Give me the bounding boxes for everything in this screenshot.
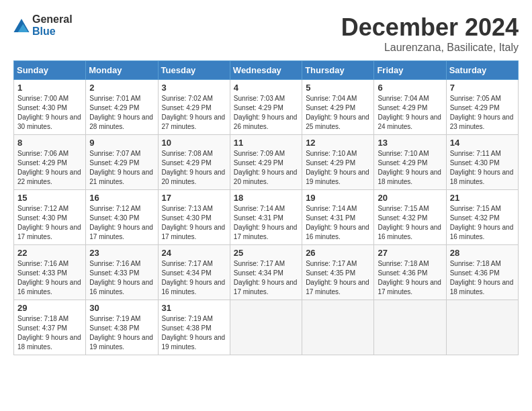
logo: General Blue	[13, 13, 73, 38]
calendar-table: SundayMondayTuesdayWednesdayThursdayFrid…	[13, 60, 519, 355]
day-number: 18	[234, 193, 298, 203]
calendar-cell: 6 Sunrise: 7:04 AM Sunset: 4:29 PM Dayli…	[374, 80, 446, 135]
calendar-cell: 16 Sunrise: 7:12 AM Sunset: 4:30 PM Dayl…	[86, 190, 158, 245]
day-number: 16	[89, 193, 154, 203]
day-of-week-header: Wednesday	[230, 61, 302, 80]
day-number: 8	[17, 138, 82, 148]
day-detail: Sunrise: 7:18 AM Sunset: 4:37 PM Dayligh…	[17, 314, 82, 352]
day-detail: Sunrise: 7:18 AM Sunset: 4:36 PM Dayligh…	[450, 259, 515, 297]
day-detail: Sunrise: 7:11 AM Sunset: 4:30 PM Dayligh…	[450, 149, 515, 187]
day-detail: Sunrise: 7:07 AM Sunset: 4:29 PM Dayligh…	[89, 149, 154, 187]
day-detail: Sunrise: 7:01 AM Sunset: 4:29 PM Dayligh…	[89, 94, 154, 132]
day-number: 14	[450, 138, 515, 148]
day-detail: Sunrise: 7:17 AM Sunset: 4:34 PM Dayligh…	[234, 259, 298, 297]
day-number: 2	[89, 83, 154, 93]
day-of-week-header: Thursday	[302, 61, 374, 80]
day-detail: Sunrise: 7:02 AM Sunset: 4:29 PM Dayligh…	[162, 94, 226, 132]
day-detail: Sunrise: 7:17 AM Sunset: 4:34 PM Dayligh…	[162, 259, 226, 297]
logo-text: General Blue	[32, 13, 73, 38]
calendar-cell: 14 Sunrise: 7:11 AM Sunset: 4:30 PM Dayl…	[446, 135, 518, 190]
calendar-cell: 11 Sunrise: 7:09 AM Sunset: 4:29 PM Dayl…	[230, 135, 302, 190]
calendar-cell: 15 Sunrise: 7:12 AM Sunset: 4:30 PM Dayl…	[14, 190, 86, 245]
calendar-cell: 30 Sunrise: 7:19 AM Sunset: 4:38 PM Dayl…	[86, 300, 158, 355]
day-number: 23	[89, 248, 154, 258]
day-of-week-header: Sunday	[14, 61, 86, 80]
day-number: 17	[162, 193, 226, 203]
day-detail: Sunrise: 7:00 AM Sunset: 4:30 PM Dayligh…	[17, 94, 82, 132]
day-number: 19	[306, 193, 370, 203]
calendar-cell: 29 Sunrise: 7:18 AM Sunset: 4:37 PM Dayl…	[14, 300, 86, 355]
calendar-cell: 8 Sunrise: 7:06 AM Sunset: 4:29 PM Dayli…	[14, 135, 86, 190]
day-detail: Sunrise: 7:10 AM Sunset: 4:29 PM Dayligh…	[378, 149, 442, 187]
day-detail: Sunrise: 7:16 AM Sunset: 4:33 PM Dayligh…	[89, 259, 154, 297]
day-number: 22	[17, 248, 82, 258]
calendar-cell: 4 Sunrise: 7:03 AM Sunset: 4:29 PM Dayli…	[230, 80, 302, 135]
title-section: December 2024 Laurenzana, Basilicate, It…	[341, 13, 519, 54]
day-of-week-header: Monday	[86, 61, 158, 80]
day-number: 31	[162, 303, 226, 313]
day-number: 25	[234, 248, 298, 258]
header: General Blue December 2024 Laurenzana, B…	[13, 13, 519, 54]
calendar-cell: 20 Sunrise: 7:15 AM Sunset: 4:32 PM Dayl…	[374, 190, 446, 245]
calendar-cell	[446, 300, 518, 355]
day-of-week-header: Friday	[374, 61, 446, 80]
day-number: 29	[17, 303, 82, 313]
logo-blue: Blue	[32, 26, 56, 37]
day-detail: Sunrise: 7:19 AM Sunset: 4:38 PM Dayligh…	[162, 314, 226, 352]
calendar-cell	[230, 300, 302, 355]
day-number: 6	[378, 83, 442, 93]
calendar-cell: 7 Sunrise: 7:05 AM Sunset: 4:29 PM Dayli…	[446, 80, 518, 135]
day-detail: Sunrise: 7:10 AM Sunset: 4:29 PM Dayligh…	[306, 149, 370, 187]
day-number: 15	[17, 193, 82, 203]
day-number: 10	[162, 138, 226, 148]
day-detail: Sunrise: 7:16 AM Sunset: 4:33 PM Dayligh…	[17, 259, 82, 297]
day-number: 9	[89, 138, 154, 148]
day-number: 27	[378, 248, 442, 258]
day-detail: Sunrise: 7:18 AM Sunset: 4:36 PM Dayligh…	[378, 259, 442, 297]
day-detail: Sunrise: 7:06 AM Sunset: 4:29 PM Dayligh…	[17, 149, 82, 187]
calendar-cell: 18 Sunrise: 7:14 AM Sunset: 4:31 PM Dayl…	[230, 190, 302, 245]
calendar-cell: 2 Sunrise: 7:01 AM Sunset: 4:29 PM Dayli…	[86, 80, 158, 135]
day-number: 30	[89, 303, 154, 313]
day-detail: Sunrise: 7:08 AM Sunset: 4:29 PM Dayligh…	[162, 149, 226, 187]
day-detail: Sunrise: 7:19 AM Sunset: 4:38 PM Dayligh…	[89, 314, 154, 352]
calendar-cell: 5 Sunrise: 7:04 AM Sunset: 4:29 PM Dayli…	[302, 80, 374, 135]
day-number: 20	[378, 193, 442, 203]
calendar-cell: 26 Sunrise: 7:17 AM Sunset: 4:35 PM Dayl…	[302, 245, 374, 300]
day-number: 24	[162, 248, 226, 258]
calendar-cell: 1 Sunrise: 7:00 AM Sunset: 4:30 PM Dayli…	[14, 80, 86, 135]
day-number: 26	[306, 248, 370, 258]
calendar-cell	[302, 300, 374, 355]
month-title: December 2024	[341, 13, 519, 42]
calendar-cell: 13 Sunrise: 7:10 AM Sunset: 4:29 PM Dayl…	[374, 135, 446, 190]
day-number: 7	[450, 83, 515, 93]
day-number: 13	[378, 138, 442, 148]
calendar-cell: 22 Sunrise: 7:16 AM Sunset: 4:33 PM Dayl…	[14, 245, 86, 300]
day-detail: Sunrise: 7:12 AM Sunset: 4:30 PM Dayligh…	[17, 204, 82, 242]
day-number: 1	[17, 83, 82, 93]
day-number: 3	[162, 83, 226, 93]
calendar-cell: 19 Sunrise: 7:14 AM Sunset: 4:31 PM Dayl…	[302, 190, 374, 245]
day-of-week-header: Tuesday	[158, 61, 230, 80]
day-detail: Sunrise: 7:15 AM Sunset: 4:32 PM Dayligh…	[378, 204, 442, 242]
day-detail: Sunrise: 7:13 AM Sunset: 4:30 PM Dayligh…	[162, 204, 226, 242]
calendar-cell: 17 Sunrise: 7:13 AM Sunset: 4:30 PM Dayl…	[158, 190, 230, 245]
day-detail: Sunrise: 7:04 AM Sunset: 4:29 PM Dayligh…	[378, 94, 442, 132]
calendar-cell: 9 Sunrise: 7:07 AM Sunset: 4:29 PM Dayli…	[86, 135, 158, 190]
day-detail: Sunrise: 7:14 AM Sunset: 4:31 PM Dayligh…	[306, 204, 370, 242]
calendar-cell	[374, 300, 446, 355]
calendar-cell: 12 Sunrise: 7:10 AM Sunset: 4:29 PM Dayl…	[302, 135, 374, 190]
day-number: 21	[450, 193, 515, 203]
day-detail: Sunrise: 7:03 AM Sunset: 4:29 PM Dayligh…	[234, 94, 298, 132]
day-number: 5	[306, 83, 370, 93]
calendar-cell: 10 Sunrise: 7:08 AM Sunset: 4:29 PM Dayl…	[158, 135, 230, 190]
day-detail: Sunrise: 7:09 AM Sunset: 4:29 PM Dayligh…	[234, 149, 298, 187]
calendar-cell: 23 Sunrise: 7:16 AM Sunset: 4:33 PM Dayl…	[86, 245, 158, 300]
calendar-cell: 31 Sunrise: 7:19 AM Sunset: 4:38 PM Dayl…	[158, 300, 230, 355]
calendar-cell: 3 Sunrise: 7:02 AM Sunset: 4:29 PM Dayli…	[158, 80, 230, 135]
day-detail: Sunrise: 7:15 AM Sunset: 4:32 PM Dayligh…	[450, 204, 515, 242]
calendar-cell: 25 Sunrise: 7:17 AM Sunset: 4:34 PM Dayl…	[230, 245, 302, 300]
calendar-cell: 28 Sunrise: 7:18 AM Sunset: 4:36 PM Dayl…	[446, 245, 518, 300]
calendar-cell: 21 Sunrise: 7:15 AM Sunset: 4:32 PM Dayl…	[446, 190, 518, 245]
day-of-week-header: Saturday	[446, 61, 518, 80]
